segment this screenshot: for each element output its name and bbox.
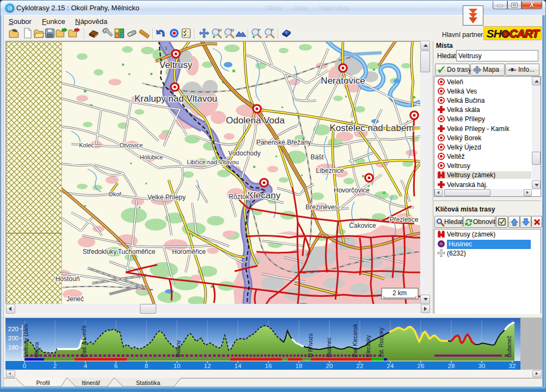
svg-text:U Přívozu: U Přívozu	[308, 333, 314, 357]
svg-text:Kralupy nad Vltavou: Kralupy nad Vltavou	[134, 94, 217, 104]
svg-text:Středokluky: Středokluky	[83, 248, 117, 256]
svg-text:Husinec: Husinec	[326, 338, 332, 357]
svg-text:P: P	[258, 28, 261, 32]
svg-text:180: 180	[8, 344, 19, 351]
svg-text:Panenské Břežany: Panenské Břežany	[256, 139, 311, 146]
svg-text:Veltrusy: Veltrusy	[159, 60, 193, 70]
svg-text:10: 10	[174, 363, 181, 369]
svg-text:Itinerář: Itinerář	[82, 379, 101, 386]
svg-text:6: 6	[114, 363, 118, 369]
svg-text:Líbeznice: Líbeznice	[316, 167, 344, 175]
svg-text:12: 12	[204, 363, 211, 369]
svg-text:Hostouň: Hostouň	[56, 275, 80, 283]
svg-text:Roztok: Roztok	[229, 193, 249, 201]
svg-text:16: 16	[265, 363, 272, 369]
svg-text:20: 20	[326, 363, 333, 369]
svg-text:Kostelec nad Labem: Kostelec nad Labem	[330, 123, 414, 133]
svg-text:Okoř: Okoř	[108, 191, 121, 197]
svg-text:14: 14	[235, 363, 242, 369]
svg-text:Přezletice: Přezletice	[390, 216, 419, 223]
svg-text:Březiněves: Březiněves	[305, 203, 338, 211]
svg-text:0: 0	[23, 363, 26, 369]
svg-text:Veltrusy (zám: Veltrusy (zám	[23, 324, 29, 357]
svg-text:26: 26	[418, 363, 425, 369]
svg-text:Horoměřice: Horoměřice	[172, 248, 206, 256]
svg-text:Odolena Voda: Odolena Voda	[226, 115, 285, 126]
svg-text:Libčice nad Vltavou: Libčice nad Vltavou	[187, 159, 238, 165]
svg-text:P: P	[271, 28, 274, 32]
svg-text:2: 2	[53, 363, 57, 369]
svg-text:22: 22	[357, 363, 364, 369]
svg-text:18: 18	[296, 363, 303, 369]
svg-text:Obora: Obora	[34, 342, 40, 357]
svg-text:8: 8	[145, 363, 148, 369]
svg-text:220: 220	[8, 326, 19, 332]
svg-text:Bubeneč: Bubeneč	[506, 336, 512, 357]
svg-text:Otvovice: Otvovice	[120, 142, 143, 148]
svg-text:žst. Roztoky: žst. Roztoky	[378, 328, 384, 357]
svg-text:Profil: Profil	[36, 379, 50, 386]
svg-text:Neratovice: Neratovice	[321, 76, 365, 86]
svg-text:Dolany: Dolany	[175, 340, 181, 357]
svg-text:Klecany: Klecany	[248, 190, 281, 201]
svg-text:M: M	[218, 28, 222, 32]
svg-text:30: 30	[478, 363, 486, 369]
svg-text:Bašť: Bašť	[310, 153, 324, 161]
svg-text:M: M	[231, 28, 234, 32]
svg-text:Klecánky: Klecánky	[365, 335, 371, 357]
svg-text:Hovorčovice: Hovorčovice	[334, 186, 370, 194]
svg-text:Koleč: Koleč	[79, 142, 94, 148]
svg-text:4: 4	[84, 363, 88, 369]
svg-text:Jeneč: Jeneč	[66, 295, 84, 303]
svg-text:Pad. A Dvořá: Pad. A Dvořá	[81, 325, 87, 357]
svg-text:200: 200	[8, 335, 19, 341]
svg-text:Holubice: Holubice	[140, 154, 163, 160]
svg-text:Vodochody: Vodochody	[228, 150, 260, 157]
svg-text:Statistika: Statistika	[136, 379, 161, 386]
svg-text:2 km: 2 km	[392, 289, 407, 297]
svg-text:Velké Přílepy: Velké Přílepy	[148, 194, 186, 201]
svg-text:Čakovice: Čakovice	[349, 221, 376, 229]
svg-text:32: 32	[509, 363, 516, 369]
svg-text:Pod Klecansk: Pod Klecansk	[352, 323, 358, 357]
svg-text:Tuchoměřice: Tuchoměřice	[118, 248, 156, 256]
svg-text:28: 28	[448, 363, 455, 369]
svg-text:24: 24	[387, 363, 394, 369]
